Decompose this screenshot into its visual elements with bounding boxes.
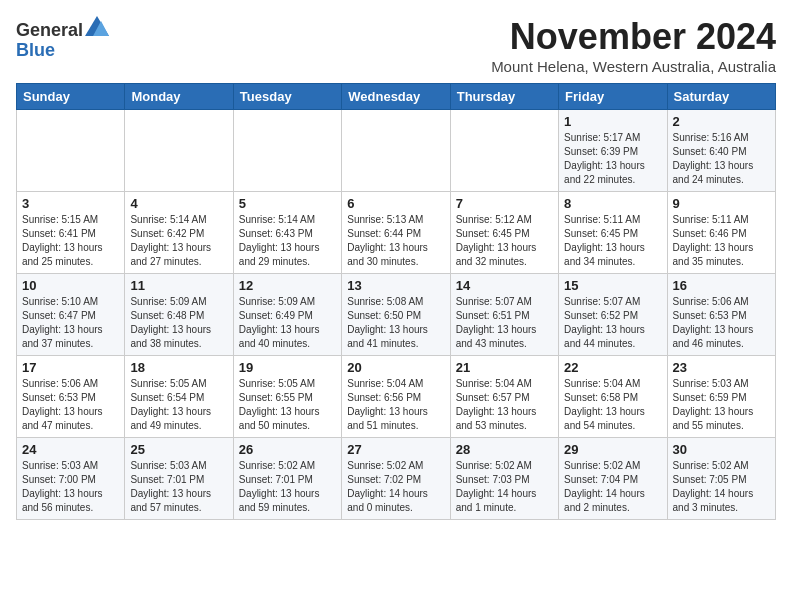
- table-row: 29Sunrise: 5:02 AM Sunset: 7:04 PM Dayli…: [559, 438, 667, 520]
- table-row: 11Sunrise: 5:09 AM Sunset: 6:48 PM Dayli…: [125, 274, 233, 356]
- day-number: 14: [456, 278, 553, 293]
- table-row: 24Sunrise: 5:03 AM Sunset: 7:00 PM Dayli…: [17, 438, 125, 520]
- table-row: 20Sunrise: 5:04 AM Sunset: 6:56 PM Dayli…: [342, 356, 450, 438]
- cell-text: Sunrise: 5:06 AM Sunset: 6:53 PM Dayligh…: [673, 295, 770, 351]
- cell-text: Sunrise: 5:02 AM Sunset: 7:04 PM Dayligh…: [564, 459, 661, 515]
- cell-text: Sunrise: 5:11 AM Sunset: 6:46 PM Dayligh…: [673, 213, 770, 269]
- table-row: 10Sunrise: 5:10 AM Sunset: 6:47 PM Dayli…: [17, 274, 125, 356]
- header-tuesday: Tuesday: [233, 84, 341, 110]
- logo-icon: [85, 16, 109, 36]
- table-row: 8Sunrise: 5:11 AM Sunset: 6:45 PM Daylig…: [559, 192, 667, 274]
- table-row: 15Sunrise: 5:07 AM Sunset: 6:52 PM Dayli…: [559, 274, 667, 356]
- day-number: 25: [130, 442, 227, 457]
- day-number: 18: [130, 360, 227, 375]
- cell-text: Sunrise: 5:02 AM Sunset: 7:02 PM Dayligh…: [347, 459, 444, 515]
- cell-text: Sunrise: 5:17 AM Sunset: 6:39 PM Dayligh…: [564, 131, 661, 187]
- calendar-week-row: 1Sunrise: 5:17 AM Sunset: 6:39 PM Daylig…: [17, 110, 776, 192]
- day-number: 17: [22, 360, 119, 375]
- cell-text: Sunrise: 5:14 AM Sunset: 6:43 PM Dayligh…: [239, 213, 336, 269]
- table-row: 2Sunrise: 5:16 AM Sunset: 6:40 PM Daylig…: [667, 110, 775, 192]
- day-number: 21: [456, 360, 553, 375]
- cell-text: Sunrise: 5:11 AM Sunset: 6:45 PM Dayligh…: [564, 213, 661, 269]
- header-saturday: Saturday: [667, 84, 775, 110]
- table-row: 14Sunrise: 5:07 AM Sunset: 6:51 PM Dayli…: [450, 274, 558, 356]
- header-wednesday: Wednesday: [342, 84, 450, 110]
- day-number: 16: [673, 278, 770, 293]
- title-area: November 2024 Mount Helena, Western Aust…: [491, 16, 776, 75]
- table-row: [125, 110, 233, 192]
- header-thursday: Thursday: [450, 84, 558, 110]
- table-row: [233, 110, 341, 192]
- cell-text: Sunrise: 5:04 AM Sunset: 6:56 PM Dayligh…: [347, 377, 444, 433]
- table-row: [17, 110, 125, 192]
- day-number: 30: [673, 442, 770, 457]
- day-number: 26: [239, 442, 336, 457]
- day-number: 13: [347, 278, 444, 293]
- calendar-table: Sunday Monday Tuesday Wednesday Thursday…: [16, 83, 776, 520]
- cell-text: Sunrise: 5:03 AM Sunset: 7:00 PM Dayligh…: [22, 459, 119, 515]
- cell-text: Sunrise: 5:10 AM Sunset: 6:47 PM Dayligh…: [22, 295, 119, 351]
- cell-text: Sunrise: 5:02 AM Sunset: 7:05 PM Dayligh…: [673, 459, 770, 515]
- day-number: 8: [564, 196, 661, 211]
- location-subtitle: Mount Helena, Western Australia, Austral…: [491, 58, 776, 75]
- day-number: 22: [564, 360, 661, 375]
- table-row: 6Sunrise: 5:13 AM Sunset: 6:44 PM Daylig…: [342, 192, 450, 274]
- logo: General Blue: [16, 16, 109, 61]
- day-number: 4: [130, 196, 227, 211]
- table-row: [450, 110, 558, 192]
- day-number: 19: [239, 360, 336, 375]
- cell-text: Sunrise: 5:04 AM Sunset: 6:57 PM Dayligh…: [456, 377, 553, 433]
- table-row: 28Sunrise: 5:02 AM Sunset: 7:03 PM Dayli…: [450, 438, 558, 520]
- day-number: 9: [673, 196, 770, 211]
- table-row: 21Sunrise: 5:04 AM Sunset: 6:57 PM Dayli…: [450, 356, 558, 438]
- calendar-week-row: 3Sunrise: 5:15 AM Sunset: 6:41 PM Daylig…: [17, 192, 776, 274]
- table-row: 30Sunrise: 5:02 AM Sunset: 7:05 PM Dayli…: [667, 438, 775, 520]
- day-number: 24: [22, 442, 119, 457]
- logo-blue-text: Blue: [16, 40, 55, 60]
- cell-text: Sunrise: 5:14 AM Sunset: 6:42 PM Dayligh…: [130, 213, 227, 269]
- day-number: 1: [564, 114, 661, 129]
- cell-text: Sunrise: 5:05 AM Sunset: 6:54 PM Dayligh…: [130, 377, 227, 433]
- table-row: 7Sunrise: 5:12 AM Sunset: 6:45 PM Daylig…: [450, 192, 558, 274]
- table-row: 25Sunrise: 5:03 AM Sunset: 7:01 PM Dayli…: [125, 438, 233, 520]
- cell-text: Sunrise: 5:09 AM Sunset: 6:48 PM Dayligh…: [130, 295, 227, 351]
- cell-text: Sunrise: 5:03 AM Sunset: 7:01 PM Dayligh…: [130, 459, 227, 515]
- day-number: 29: [564, 442, 661, 457]
- cell-text: Sunrise: 5:06 AM Sunset: 6:53 PM Dayligh…: [22, 377, 119, 433]
- header-friday: Friday: [559, 84, 667, 110]
- table-row: 1Sunrise: 5:17 AM Sunset: 6:39 PM Daylig…: [559, 110, 667, 192]
- table-row: 17Sunrise: 5:06 AM Sunset: 6:53 PM Dayli…: [17, 356, 125, 438]
- cell-text: Sunrise: 5:08 AM Sunset: 6:50 PM Dayligh…: [347, 295, 444, 351]
- table-row: [342, 110, 450, 192]
- month-title: November 2024: [491, 16, 776, 58]
- cell-text: Sunrise: 5:02 AM Sunset: 7:03 PM Dayligh…: [456, 459, 553, 515]
- logo-general-text: General: [16, 20, 83, 40]
- table-row: 22Sunrise: 5:04 AM Sunset: 6:58 PM Dayli…: [559, 356, 667, 438]
- table-row: 19Sunrise: 5:05 AM Sunset: 6:55 PM Dayli…: [233, 356, 341, 438]
- table-row: 4Sunrise: 5:14 AM Sunset: 6:42 PM Daylig…: [125, 192, 233, 274]
- day-number: 7: [456, 196, 553, 211]
- weekday-header-row: Sunday Monday Tuesday Wednesday Thursday…: [17, 84, 776, 110]
- day-number: 28: [456, 442, 553, 457]
- table-row: 27Sunrise: 5:02 AM Sunset: 7:02 PM Dayli…: [342, 438, 450, 520]
- table-row: 16Sunrise: 5:06 AM Sunset: 6:53 PM Dayli…: [667, 274, 775, 356]
- table-row: 26Sunrise: 5:02 AM Sunset: 7:01 PM Dayli…: [233, 438, 341, 520]
- day-number: 20: [347, 360, 444, 375]
- cell-text: Sunrise: 5:12 AM Sunset: 6:45 PM Dayligh…: [456, 213, 553, 269]
- day-number: 27: [347, 442, 444, 457]
- day-number: 2: [673, 114, 770, 129]
- day-number: 5: [239, 196, 336, 211]
- day-number: 10: [22, 278, 119, 293]
- cell-text: Sunrise: 5:04 AM Sunset: 6:58 PM Dayligh…: [564, 377, 661, 433]
- table-row: 18Sunrise: 5:05 AM Sunset: 6:54 PM Dayli…: [125, 356, 233, 438]
- header-sunday: Sunday: [17, 84, 125, 110]
- cell-text: Sunrise: 5:07 AM Sunset: 6:51 PM Dayligh…: [456, 295, 553, 351]
- cell-text: Sunrise: 5:16 AM Sunset: 6:40 PM Dayligh…: [673, 131, 770, 187]
- calendar-week-row: 10Sunrise: 5:10 AM Sunset: 6:47 PM Dayli…: [17, 274, 776, 356]
- table-row: 3Sunrise: 5:15 AM Sunset: 6:41 PM Daylig…: [17, 192, 125, 274]
- table-row: 9Sunrise: 5:11 AM Sunset: 6:46 PM Daylig…: [667, 192, 775, 274]
- cell-text: Sunrise: 5:09 AM Sunset: 6:49 PM Dayligh…: [239, 295, 336, 351]
- day-number: 23: [673, 360, 770, 375]
- day-number: 11: [130, 278, 227, 293]
- calendar-week-row: 24Sunrise: 5:03 AM Sunset: 7:00 PM Dayli…: [17, 438, 776, 520]
